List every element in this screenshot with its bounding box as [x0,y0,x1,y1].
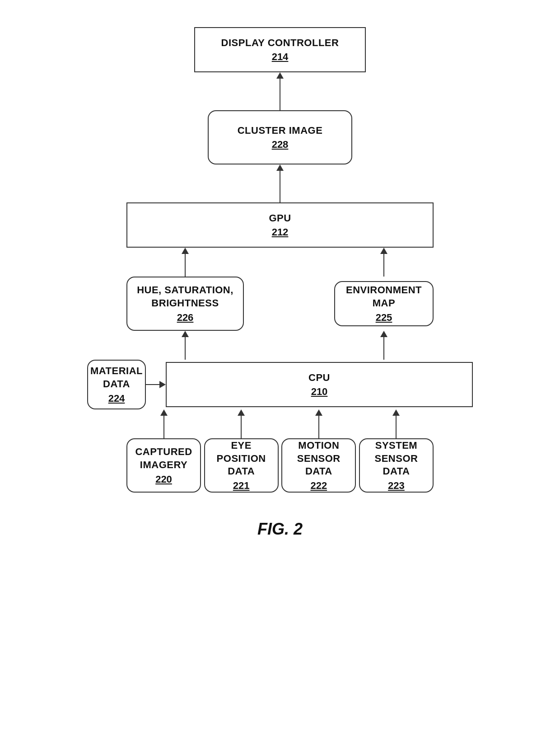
display-controller-label: DISPLAY CONTROLLER [221,37,339,50]
arrow-cpu-to-hsb [182,331,189,360]
gpu-row: GPU 212 [27,202,533,248]
hsb-envmap-arrows [126,248,434,277]
cpu-to-hsb-envmap-arrows [126,331,434,360]
arrow-head-up-5 [182,331,189,337]
env-map-number: 225 [376,312,392,324]
env-map-label: ENVIRONMENT MAP [335,284,433,310]
arrow-system-col [359,409,434,438]
arrow-head-up-9 [315,409,322,416]
arrow-line-9 [318,416,319,438]
arrow-head-up-1 [276,72,284,79]
cpu-label: CPU [308,371,330,385]
captured-imagery-box: CAPTURED IMAGERY 220 [126,438,201,493]
arrow-cpu-to-envmap [380,331,387,360]
arrow-head-up-3 [182,248,189,254]
cluster-image-label: CLUSTER IMAGE [238,124,323,137]
arrow-line-4 [383,254,384,277]
arrow-motion-col [281,409,356,438]
eye-position-number: 221 [233,480,250,492]
material-data-label: MATERIAL DATA [90,365,143,390]
cpu-number: 210 [311,386,328,398]
motion-sensor-label: MOTION SENSOR DATA [282,439,355,478]
arrow-captured-to-cpu [160,409,168,438]
arrow-line-5 [185,337,186,360]
motion-sensor-number: 222 [310,480,327,492]
display-controller-number: 214 [272,51,289,63]
arrow-line-h-1 [146,384,159,385]
hsb-number: 226 [177,312,194,324]
arrow-envmap-to-gpu [380,248,387,277]
captured-imagery-label: CAPTURED IMAGERY [135,446,192,471]
arrow-envmap-col [334,248,434,277]
arrow-hsb-to-gpu [182,248,189,277]
cpu-box: CPU 210 [166,362,473,407]
hsb-box: HUE, SATURATION, BRIGHTNESS 226 [126,277,244,331]
arrow-line-2 [280,171,280,202]
arrow-cpu-hsb-col [126,331,244,360]
arrow-system-to-cpu [392,409,400,438]
material-cpu-row: MATERIAL DATA 224 CPU 210 [27,360,533,409]
display-controller-box: DISPLAY CONTROLLER 214 [194,27,366,72]
arrow-line-1 [280,79,280,110]
arrow-captured-col [126,409,201,438]
system-sensor-box: SYSTEM SENSOR DATA 223 [359,438,434,493]
arrow-line-6 [383,337,384,360]
material-data-number: 224 [108,393,125,404]
env-map-box: ENVIRONMENT MAP 225 [334,281,434,326]
arrow-material-to-cpu [146,381,166,388]
hsb-envmap-row: HUE, SATURATION, BRIGHTNESS 226 ENVIRONM… [126,277,434,331]
arrow-line-3 [185,254,186,277]
arrow-line-7 [163,416,164,438]
cluster-image-number: 228 [272,139,289,150]
arrow-eye-col [204,409,279,438]
arrow-head-up-8 [238,409,245,416]
arrow-eye-to-cpu [238,409,245,438]
cluster-image-row: CLUSTER IMAGE 228 [27,110,533,164]
arrow-line-10 [396,416,397,438]
arrow-cpu-env-col [334,331,434,360]
gpu-number: 212 [272,226,289,238]
arrow-head-up-4 [380,248,387,254]
arrow-cluster-to-display [276,72,284,110]
bottom-boxes-row: CAPTURED IMAGERY 220 EYE POSITION DATA 2… [126,438,434,493]
system-sensor-label: SYSTEM SENSOR DATA [360,439,433,478]
display-controller-row: DISPLAY CONTROLLER 214 [27,27,533,72]
arrow-head-right-1 [159,381,166,388]
arrow-gpu-to-cluster [276,164,284,202]
arrow-head-up-6 [380,331,387,337]
material-data-box: MATERIAL DATA 224 [87,360,146,409]
cluster-image-box: CLUSTER IMAGE 228 [208,110,352,164]
system-sensor-number: 223 [388,480,405,492]
gpu-box: GPU 212 [126,202,434,248]
arrow-head-up-7 [160,409,168,416]
diagram-container: DISPLAY CONTROLLER 214 CLUSTER IMAGE 228… [0,0,560,756]
captured-imagery-number: 220 [155,474,172,485]
arrow-hsb-col [126,248,244,277]
motion-sensor-box: MOTION SENSOR DATA 222 [281,438,356,493]
eye-position-label: EYE POSITION DATA [205,439,278,478]
arrow-head-up-2 [276,164,284,171]
fig-label: FIG. 2 [257,520,303,539]
arrow-line-8 [241,416,242,438]
gpu-label: GPU [269,212,291,225]
material-data-group: MATERIAL DATA 224 [87,360,166,409]
arrow-motion-to-cpu [315,409,322,438]
arrow-head-up-10 [392,409,400,416]
bottom-to-cpu-arrows [126,409,434,438]
hsb-label: HUE, SATURATION, BRIGHTNESS [137,284,233,310]
eye-position-box: EYE POSITION DATA 221 [204,438,279,493]
